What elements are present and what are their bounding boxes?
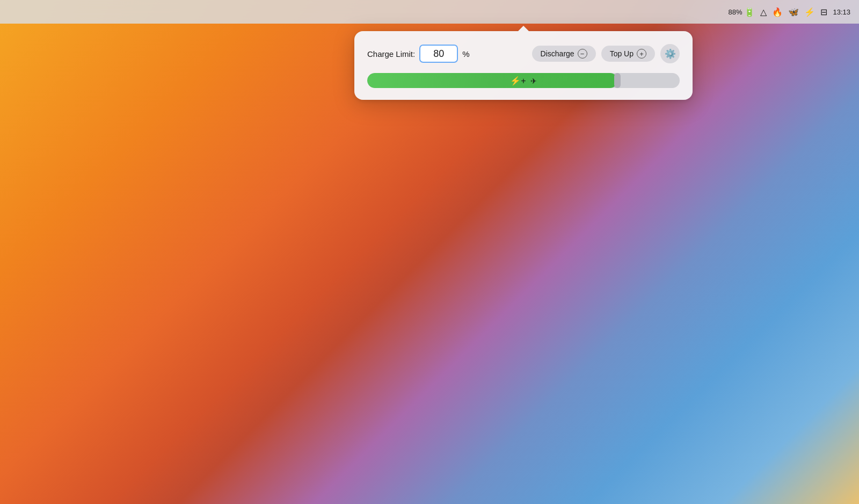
menubar: 88% 🔋 △ 🔥 🦋 ⚡ ⊟ 13:13: [0, 0, 859, 24]
charge-limit-label: Charge Limit:: [367, 49, 415, 59]
delta-icon[interactable]: △: [760, 7, 767, 17]
battery-bar-container: ⚡+ ✈: [367, 73, 680, 88]
butterfly-icon[interactable]: 🦋: [788, 7, 799, 17]
discharge-button[interactable]: Discharge −: [532, 46, 596, 62]
plus-circle-icon: +: [637, 49, 646, 59]
battery-slider-thumb[interactable]: [614, 73, 621, 88]
gear-icon: ⚙️: [665, 48, 676, 60]
clock: 13:13: [833, 8, 850, 16]
minus-circle-icon: −: [578, 49, 587, 59]
flame-icon[interactable]: 🔥: [772, 7, 783, 17]
battery-status: 88% 🔋: [728, 7, 755, 17]
menubar-right: 88% 🔋 △ 🔥 🦋 ⚡ ⊟ 13:13: [728, 7, 850, 17]
action-buttons: Discharge − Top Up + ⚙️: [532, 44, 680, 63]
popover-top-row: Charge Limit: % Discharge − Top Up + ⚙️: [367, 44, 680, 63]
discharge-label: Discharge: [541, 49, 574, 58]
battery-charging-icon: 🔋: [744, 7, 755, 17]
charge-limit-section: Charge Limit: %: [367, 45, 470, 63]
top-up-label: Top Up: [610, 49, 634, 58]
percent-symbol: %: [462, 49, 469, 59]
battery-icons-overlay: ⚡+ ✈: [510, 76, 536, 86]
plug-icon: ⚡+: [510, 76, 526, 86]
display-icon[interactable]: ⊟: [820, 7, 827, 17]
battery-bolt-icon[interactable]: ⚡: [804, 7, 815, 17]
battery-percent-text: 88%: [728, 8, 742, 16]
charge-limit-input[interactable]: [419, 45, 458, 63]
battery-fill: [367, 73, 617, 88]
battery-manager-popover: Charge Limit: % Discharge − Top Up + ⚙️ …: [354, 31, 693, 100]
top-up-button[interactable]: Top Up +: [601, 46, 655, 62]
battery-track: ⚡+ ✈: [367, 73, 680, 88]
settings-button[interactable]: ⚙️: [660, 44, 680, 63]
bolt-icon: ✈: [530, 76, 537, 85]
